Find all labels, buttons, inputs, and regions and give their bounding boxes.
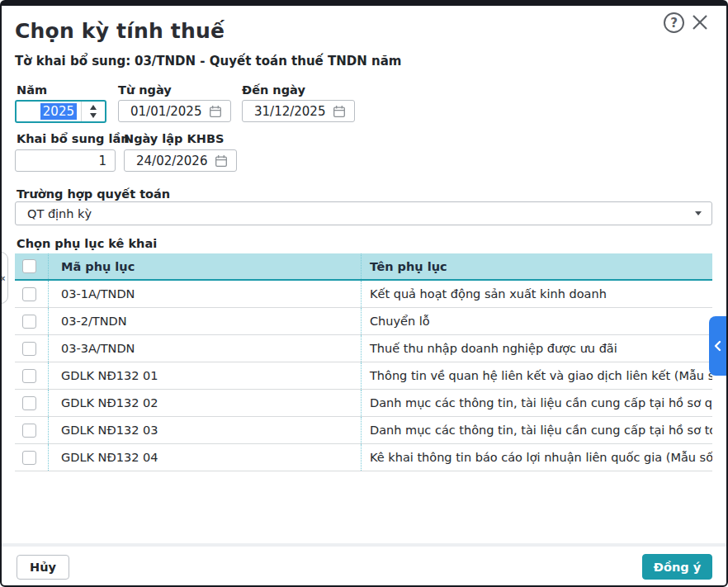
appendix-table-body: 03-1A/TNDNKết quả hoạt động sản xuất kin… — [15, 281, 712, 471]
table-row[interactable]: GDLK NĐ132 01Thông tin về quan hệ liên k… — [15, 362, 712, 390]
appendix-name: Chuyển lỗ — [361, 308, 712, 334]
appendix-name: Thuế thu nhập doanh nghiệp được ưu đãi — [361, 335, 712, 362]
appendix-name: Danh mục các thông tin, tài liệu cần cun… — [361, 417, 712, 443]
appendix-code: 03-1A/TNDN — [48, 281, 361, 307]
year-selected-text: 2025 — [40, 103, 77, 120]
subtitle-label: Tờ khai bổ sung: — [15, 54, 130, 69]
supplementary-declaration-line: Tờ khai bổ sung: 03/TNDN - Quyết toán th… — [15, 54, 401, 69]
settlement-case-label: Trường hợp quyết toán — [17, 187, 170, 201]
appendix-name: Danh mục các thông tin, tài liệu cần cun… — [361, 390, 712, 416]
appendix-table: Mã phụ lục Tên phụ lục 03-1A/TNDNKết quả… — [15, 253, 712, 471]
row-checkbox[interactable] — [22, 424, 36, 438]
row-checkbox[interactable] — [22, 342, 36, 356]
page-title: Chọn kỳ tính thuế — [15, 19, 225, 43]
row-checkbox-cell — [15, 335, 48, 362]
appendix-code: GDLK NĐ132 02 — [48, 390, 361, 416]
select-all-checkbox[interactable] — [22, 259, 36, 273]
row-checkbox-cell — [15, 444, 48, 471]
row-checkbox[interactable] — [22, 451, 36, 465]
help-icon[interactable]: ? — [664, 12, 684, 33]
close-x-glyph — [690, 12, 710, 32]
calendar-icon[interactable] — [215, 154, 228, 168]
close-icon[interactable] — [689, 12, 711, 33]
amendment-number-label: Khai bổ sung lần — [17, 132, 130, 145]
row-checkbox-cell — [15, 390, 48, 416]
row-checkbox[interactable] — [22, 287, 36, 301]
khbs-date-label: Ngày lập KHBS — [124, 132, 224, 145]
row-checkbox-cell — [15, 417, 48, 443]
year-value: 2025 — [17, 102, 81, 121]
subtitle-value: 03/TNDN - Quyết toán thuế TNDN năm — [135, 54, 401, 69]
from-date-input[interactable]: 01/01/2025 — [118, 100, 231, 122]
appendix-code: GDLK NĐ132 01 — [48, 362, 361, 389]
row-checkbox-cell — [15, 281, 48, 307]
year-input[interactable]: 2025 — [15, 100, 106, 123]
column-header-code: Mã phụ lục — [48, 253, 361, 279]
footer-divider — [2, 543, 726, 547]
confirm-button[interactable]: Đồng ý — [642, 554, 712, 580]
table-row[interactable]: 03-1A/TNDNKết quả hoạt động sản xuất kin… — [15, 281, 712, 308]
tax-period-dialog: Chọn kỳ tính thuế ? Tờ khai bổ sung: 03/… — [0, 0, 728, 587]
to-date-label: Đến ngày — [242, 83, 305, 97]
appendix-name: Thông tin về quan hệ liên kết và giao dị… — [361, 362, 712, 389]
row-checkbox[interactable] — [22, 396, 36, 410]
calendar-icon[interactable] — [209, 105, 222, 118]
table-row[interactable]: GDLK NĐ132 02Danh mục các thông tin, tài… — [15, 390, 712, 417]
table-row[interactable]: 03-3A/TNDNThuế thu nhập doanh nghiệp đượ… — [15, 335, 712, 362]
left-panel-handle[interactable]: « — [0, 252, 8, 304]
header-checkbox-cell — [15, 253, 48, 279]
calendar-icon[interactable] — [333, 105, 346, 118]
from-date-value: 01/01/2025 — [130, 104, 201, 119]
amendment-number-value: 1 — [98, 154, 106, 168]
khbs-date-value: 24/02/2026 — [136, 154, 207, 168]
row-checkbox-cell — [15, 362, 48, 389]
settlement-case-value: QT định kỳ — [27, 207, 92, 220]
khbs-date-input[interactable]: 24/02/2026 — [124, 149, 237, 172]
chevron-left-icon — [712, 338, 724, 353]
to-date-value: 31/12/2025 — [254, 104, 325, 119]
settlement-case-select[interactable]: QT định kỳ — [15, 201, 712, 225]
appendix-code: 03-2/TNDN — [48, 308, 361, 334]
appendix-code: GDLK NĐ132 04 — [48, 444, 361, 471]
cancel-button[interactable]: Hủy — [17, 555, 69, 580]
spinner-down-icon[interactable] — [90, 113, 97, 118]
chevron-down-icon — [695, 211, 702, 215]
amendment-number-input[interactable]: 1 — [15, 149, 116, 172]
row-checkbox[interactable] — [22, 315, 36, 329]
table-row[interactable]: 03-2/TNDNChuyển lỗ — [15, 308, 712, 335]
appendix-name: Kết quả hoạt động sản xuất kinh doanh — [361, 281, 712, 307]
from-date-label: Từ ngày — [118, 83, 172, 97]
collapse-side-tab[interactable] — [709, 316, 726, 376]
table-row[interactable]: GDLK NĐ132 04Kê khai thông tin báo cáo l… — [15, 444, 712, 471]
spinner-up-icon[interactable] — [90, 105, 97, 110]
appendix-code: 03-3A/TNDN — [48, 335, 361, 362]
year-label: Năm — [17, 83, 47, 97]
appendix-code: GDLK NĐ132 03 — [48, 417, 361, 443]
to-date-input[interactable]: 31/12/2025 — [242, 100, 355, 122]
column-header-name: Tên phụ lục — [361, 253, 712, 279]
appendix-section-label: Chọn phụ lục kê khai — [17, 237, 157, 250]
row-checkbox-cell — [15, 308, 48, 334]
year-spinner[interactable] — [81, 102, 105, 121]
appendix-name: Kê khai thông tin báo cáo lợi nhuận liên… — [361, 444, 712, 471]
table-header-row: Mã phụ lục Tên phụ lục — [15, 253, 712, 281]
table-row[interactable]: GDLK NĐ132 03Danh mục các thông tin, tài… — [15, 417, 712, 444]
row-checkbox[interactable] — [22, 369, 36, 383]
